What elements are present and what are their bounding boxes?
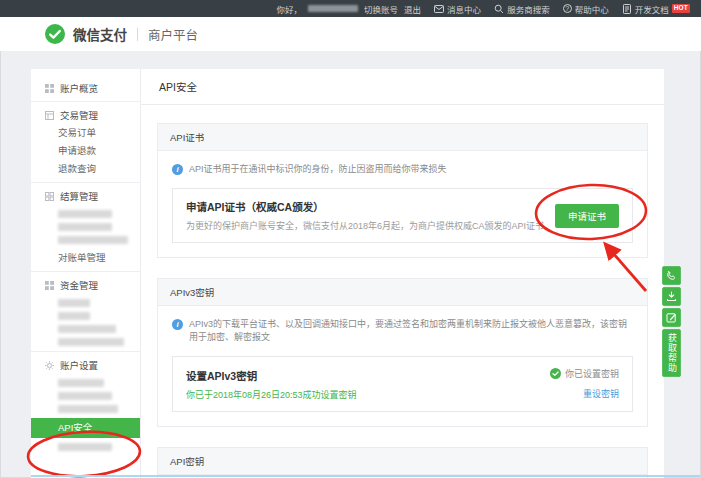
feedback-edit-button[interactable] bbox=[662, 308, 681, 327]
apply-certificate-button[interactable]: 申请证书 bbox=[555, 204, 619, 228]
download-button[interactable] bbox=[662, 287, 681, 306]
sidebar-item-redacted[interactable] bbox=[58, 443, 112, 451]
help-center-label: 帮助中心 bbox=[575, 3, 609, 15]
dev-docs-label: 开发文档 bbox=[635, 3, 669, 15]
dev-docs-link[interactable]: 开发文档 HOT bbox=[622, 3, 690, 15]
mail-icon bbox=[434, 4, 444, 14]
section-api-certificate: API证书 i API证书用于在通讯中标识你的身份，防止因盗用而给你带来损失 申… bbox=[157, 123, 648, 258]
sidebar-divider bbox=[31, 271, 140, 272]
cert-card: 申请API证书（权威CA颁发） 为更好的保护商户账号安全，微信支付从2018年6… bbox=[172, 188, 633, 243]
topbar: 你好， 切换账号 退出 消息中心 服务商搜索 ? 帮助中心 开发文档 H bbox=[0, 0, 701, 17]
apiv3-card-text: 设置APIv3密钥 你已于2018年08月26日20:53成功设置密钥 bbox=[186, 368, 357, 401]
apiv3-info-row: i APIv3的下载平台证书、以及回调通知接口中，要通过签名和加密两重机制来防止… bbox=[172, 318, 633, 344]
cert-info-row: i API证书用于在通讯中标识你的身份，防止因盗用而给你带来损失 bbox=[172, 163, 633, 176]
apiv3-set-time: 你已于2018年08月26日20:53成功设置密钥 bbox=[186, 388, 357, 401]
cert-info-text: API证书用于在通讯中标识你的身份，防止因盗用而给你带来损失 bbox=[189, 163, 447, 176]
brand-name: 微信支付 bbox=[73, 24, 127, 44]
apiv3-card-right: 你已设置密钥 重设密钥 bbox=[550, 367, 619, 401]
section-header: API密钥 bbox=[158, 448, 647, 475]
main-content: API安全 API证书 i API证书用于在通讯中标识你的身份，防止因盗用而给你… bbox=[141, 69, 664, 478]
grid-icon bbox=[45, 281, 54, 290]
section-header: API证书 bbox=[158, 124, 647, 151]
sidebar-group-label: 结算管理 bbox=[60, 189, 98, 203]
list-icon bbox=[45, 111, 54, 120]
sidebar-group-trade[interactable]: 交易管理 bbox=[31, 106, 140, 124]
logout-link[interactable]: 退出 bbox=[404, 3, 421, 15]
apiv3-status-row: 你已设置密钥 bbox=[550, 367, 619, 380]
grid-icon bbox=[45, 192, 54, 201]
sidebar-divider bbox=[31, 101, 140, 102]
cert-card-title: 申请API证书（权威CA颁发） bbox=[186, 199, 553, 214]
sidebar-item-account-overview[interactable]: 账户概览 bbox=[31, 79, 140, 97]
brand-divider bbox=[137, 28, 138, 41]
sidebar-item-api-security[interactable]: API安全 bbox=[31, 418, 140, 438]
question-icon: ? bbox=[563, 4, 572, 13]
reset-key-link[interactable]: 重设密钥 bbox=[583, 387, 619, 400]
message-center-link[interactable]: 消息中心 bbox=[434, 3, 481, 15]
sidebar-item-redacted[interactable] bbox=[58, 223, 112, 231]
contact-phone-button[interactable] bbox=[662, 266, 681, 285]
sidebar-item-redacted[interactable] bbox=[58, 236, 128, 244]
hot-badge: HOT bbox=[672, 4, 690, 13]
info-icon: i bbox=[172, 164, 183, 175]
sidebar-group-account-settings[interactable]: 账户设置 bbox=[31, 356, 140, 374]
sidebar-group-label: 账户概览 bbox=[60, 81, 98, 95]
apiv3-card-title: 设置APIv3密钥 bbox=[186, 368, 357, 383]
message-center-label: 消息中心 bbox=[447, 3, 481, 15]
bottom-scroll-line bbox=[31, 475, 700, 477]
apiv3-info-text: APIv3的下载平台证书、以及回调通知接口中，要通过签名和加密两重机制来防止报文… bbox=[189, 318, 633, 344]
sidebar: 账户概览 交易管理 交易订单 申请退款 退款查询 结算管理 对账单管理 资金 bbox=[31, 69, 141, 478]
account-number-redacted bbox=[308, 5, 358, 12]
apiv3-status-text: 你已设置密钥 bbox=[565, 367, 619, 380]
section-apiv3-key: APIv3密钥 i APIv3的下载平台证书、以及回调通知接口中，要通过签名和加… bbox=[157, 278, 648, 427]
sidebar-group-label: 账户设置 bbox=[60, 358, 98, 372]
sidebar-item-redacted[interactable] bbox=[58, 210, 112, 218]
sidebar-divider bbox=[31, 351, 140, 352]
sidebar-item-redacted[interactable] bbox=[58, 312, 90, 320]
sidebar-group-funds[interactable]: 资金管理 bbox=[31, 276, 140, 294]
info-icon: i bbox=[172, 319, 183, 330]
sidebar-item-redacted[interactable] bbox=[58, 325, 116, 333]
cert-card-text: 申请API证书（权威CA颁发） 为更好的保护商户账号安全，微信支付从2018年6… bbox=[186, 199, 553, 232]
page: 你好， 切换账号 退出 消息中心 服务商搜索 ? 帮助中心 开发文档 H bbox=[0, 0, 701, 478]
sidebar-item-redacted[interactable] bbox=[58, 299, 90, 307]
sp-search-link[interactable]: 服务商搜索 bbox=[494, 3, 550, 15]
switch-account-link[interactable]: 切换账号 bbox=[364, 3, 398, 15]
grid-icon bbox=[45, 84, 54, 93]
sidebar-item-trade-orders[interactable]: 交易订单 bbox=[31, 124, 140, 142]
phone-icon bbox=[666, 270, 677, 281]
brand-header: 微信支付 商户平台 bbox=[0, 17, 701, 51]
search-icon bbox=[494, 4, 504, 14]
float-toolbar: 获取帮助 bbox=[662, 266, 681, 377]
sidebar-group-settlement[interactable]: 结算管理 bbox=[31, 187, 140, 205]
section-header: APIv3密钥 bbox=[158, 279, 647, 306]
sidebar-item-apply-refund[interactable]: 申请退款 bbox=[31, 142, 140, 160]
sidebar-item-refund-query[interactable]: 退款查询 bbox=[31, 160, 140, 178]
check-circle-icon bbox=[550, 368, 561, 379]
page-title: API安全 bbox=[141, 69, 664, 105]
wechat-pay-logo-icon bbox=[45, 24, 65, 44]
sidebar-item-redacted[interactable] bbox=[58, 392, 112, 400]
download-icon bbox=[666, 291, 677, 302]
account-group: 你好， 切换账号 退出 bbox=[277, 3, 422, 15]
apiv3-card: 设置APIv3密钥 你已于2018年08月26日20:53成功设置密钥 你已设置… bbox=[172, 356, 633, 412]
sidebar-item-redacted[interactable] bbox=[58, 405, 118, 413]
gear-icon bbox=[45, 361, 54, 370]
sp-search-label: 服务商搜索 bbox=[507, 3, 550, 15]
sidebar-item-statement-mgmt[interactable]: 对账单管理 bbox=[31, 249, 140, 267]
sidebar-group-label: 资金管理 bbox=[60, 278, 98, 292]
content-container: 账户概览 交易管理 交易订单 申请退款 退款查询 结算管理 对账单管理 资金 bbox=[31, 69, 664, 478]
sidebar-group-label: 交易管理 bbox=[60, 108, 98, 122]
sidebar-item-redacted[interactable] bbox=[58, 338, 124, 346]
section-api-key: API密钥 i 在API调用时用来按照指定规则对你的请求参数进行签名，服务器收到… bbox=[157, 447, 648, 478]
document-icon bbox=[622, 4, 632, 14]
cert-card-desc: 为更好的保护商户账号安全，微信支付从2018年6月起，为商户提供权威CA颁发的A… bbox=[186, 219, 553, 232]
brand-portal: 商户平台 bbox=[148, 25, 198, 44]
help-center-link[interactable]: ? 帮助中心 bbox=[563, 3, 609, 15]
get-help-button[interactable]: 获取帮助 bbox=[662, 329, 681, 377]
sidebar-item-redacted[interactable] bbox=[58, 379, 104, 387]
sidebar-divider bbox=[31, 182, 140, 183]
greeting-text: 你好， bbox=[277, 3, 303, 15]
edit-icon bbox=[666, 312, 677, 323]
